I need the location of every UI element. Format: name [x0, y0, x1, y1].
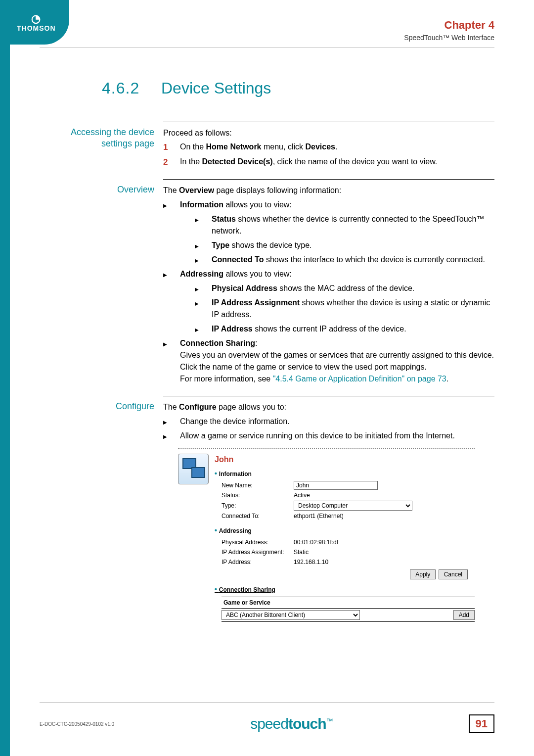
accessing-block: Accessing the device settings page Proce… — [49, 122, 494, 179]
fig-information-section: Information New Name: Status: Active — [215, 469, 475, 520]
ip-row: IP Address:192.168.1.10 — [222, 558, 475, 567]
accessing-intro: Proceed as follows: — [163, 127, 494, 139]
t: IP Address — [212, 325, 253, 333]
t: : — [255, 339, 257, 347]
brand-wordmark: speedtouch™ — [250, 715, 332, 732]
ipa-label: IP Address Assignment: — [222, 548, 294, 557]
connected-to-label: Connected To: — [222, 512, 294, 520]
type-label: Type: — [222, 501, 294, 510]
type-item: Type shows the device type. — [195, 239, 494, 251]
page-header: Chapter 4 SpeedTouch™ Web Interface — [404, 19, 494, 42]
step-1: 1 On the Home Network menu, click Device… — [163, 141, 494, 154]
t: page allows you to: — [217, 403, 286, 411]
apply-button[interactable]: Apply — [410, 569, 436, 579]
connected-to-row: Connected To: ethport1 (Ethernet) — [222, 512, 475, 520]
type-select[interactable]: Desktop Computer — [294, 501, 412, 511]
fig-addressing-section: Addressing Physical Address:00:01:02:98:… — [215, 525, 475, 579]
t: shows the current IP address of the devi… — [255, 325, 406, 333]
section-number: 4.6.2 — [102, 79, 139, 97]
bullet-icon — [163, 337, 180, 385]
chapter-title: Chapter 4 — [404, 19, 494, 32]
t: allows you to view: — [223, 200, 292, 209]
t: Devices — [305, 142, 335, 151]
overview-block: Overview The Overview page displays foll… — [49, 179, 494, 396]
t: In the — [180, 157, 202, 166]
cross-reference-link[interactable]: "4.5.4 Game or Application Definition" o… — [273, 375, 446, 383]
overview-intro: The Overview page displays following inf… — [163, 185, 494, 196]
configure-screenshot: John Information New Name: Status: Activ… — [178, 448, 475, 627]
fig-btns: Apply Cancel — [215, 569, 468, 579]
add-button[interactable]: Add — [453, 610, 475, 620]
bullet-icon — [195, 254, 212, 266]
t: . — [335, 142, 337, 151]
bullet-icon — [195, 239, 212, 251]
figure-main: John Information New Name: Status: Activ… — [215, 454, 475, 627]
t: Allow a game or service running on this … — [180, 430, 455, 442]
device-icon — [178, 454, 209, 484]
t: shows whether the device is currently co… — [212, 215, 484, 235]
t: . — [446, 375, 448, 383]
game-service-header: Game or Service — [222, 597, 475, 609]
t: Detected Device(s) — [202, 157, 272, 166]
bullet-icon — [195, 297, 212, 321]
t: Change the device information. — [180, 416, 289, 427]
ipa-row: IP Address Assignment:Static — [222, 548, 475, 557]
addressing-item: Addressing allows you to view: Physical … — [163, 268, 494, 335]
cancel-button[interactable]: Cancel — [439, 569, 468, 579]
status-label: Status: — [222, 491, 294, 500]
new-name-input[interactable] — [294, 481, 378, 490]
content-area: Accessing the device settings page Proce… — [49, 122, 494, 638]
fig-cs-heading[interactable]: Connection Sharing — [215, 584, 475, 595]
pa-row: Physical Address:00:01:02:98:1f:df — [222, 538, 475, 547]
t: Type — [212, 241, 229, 249]
ipa-item: IP Address Assignment shows whether the … — [195, 297, 494, 321]
configure-body: The Configure page allows you to: Change… — [163, 396, 494, 638]
t: Overview — [179, 186, 214, 194]
cs-text: Connection Sharing: Gives you an overvie… — [180, 337, 494, 385]
overview-body: The Overview page displays following inf… — [163, 179, 494, 396]
info-text: Information allows you to view: Status s… — [180, 199, 494, 266]
t: Home Network — [206, 142, 261, 151]
game-service-table: Game or Service ABC (Another Bittorent C… — [222, 597, 475, 622]
status-item: Status shows whether the device is curre… — [195, 213, 494, 237]
t: shows the device type. — [232, 241, 312, 249]
configure-i1: Change the device information. — [163, 416, 494, 427]
trademark-symbol: ™ — [326, 717, 333, 725]
step-1-text: On the Home Network menu, click Devices. — [180, 141, 337, 154]
step-1-num: 1 — [163, 141, 180, 154]
pa-item: Physical Address shows the MAC address o… — [195, 283, 494, 294]
t: menu, click — [262, 142, 306, 151]
addressing-text: Addressing allows you to view: Physical … — [180, 268, 494, 335]
figure-body: John Information New Name: Status: Activ… — [178, 454, 475, 627]
configure-block: Configure The Configure page allows you … — [49, 396, 494, 638]
t: On the — [180, 142, 206, 151]
brand-bold: touch — [288, 715, 326, 732]
t: The — [163, 403, 179, 411]
connection-sharing-item: Connection Sharing: Gives you an overvie… — [163, 337, 494, 385]
t: shows the interface to which the device … — [266, 255, 485, 264]
bullet-icon — [195, 323, 212, 335]
t: For more information, see — [180, 375, 273, 383]
page-number: 91 — [469, 714, 494, 733]
t: Connection Sharing — [180, 339, 255, 347]
game-service-select[interactable]: ABC (Another Bittorent Client) — [222, 610, 360, 620]
ip-item: IP Address shows the current IP address … — [195, 323, 494, 335]
logo-label: THOMSON — [17, 24, 56, 32]
t: IP Address Assignment — [212, 298, 300, 307]
configure-intro: The Configure page allows you to: — [163, 401, 494, 413]
fig-addr-heading: Addressing — [215, 525, 475, 536]
t: Addressing — [180, 270, 223, 278]
step-2-num: 2 — [163, 156, 180, 169]
bullet-icon — [195, 213, 212, 237]
document-page: ◔ THOMSON Chapter 4 SpeedTouch™ Web Inte… — [0, 0, 534, 756]
fig-cs-section: Connection Sharing Game or Service ABC (… — [215, 584, 475, 622]
connected-to-item: Connected To shows the interface to whic… — [195, 254, 494, 266]
new-name-label: New Name: — [222, 481, 294, 490]
t: Status — [212, 215, 236, 223]
page-footer: E-DOC-CTC-20050429-0102 v1.0 speedtouch™… — [40, 714, 494, 733]
info-sublist: Status shows whether the device is curre… — [180, 213, 494, 266]
t: allows you to view: — [223, 270, 292, 278]
bullet-icon — [195, 283, 212, 294]
accessing-body: Proceed as follows: 1 On the Home Networ… — [163, 122, 494, 179]
fig-info-heading: Information — [215, 469, 475, 479]
